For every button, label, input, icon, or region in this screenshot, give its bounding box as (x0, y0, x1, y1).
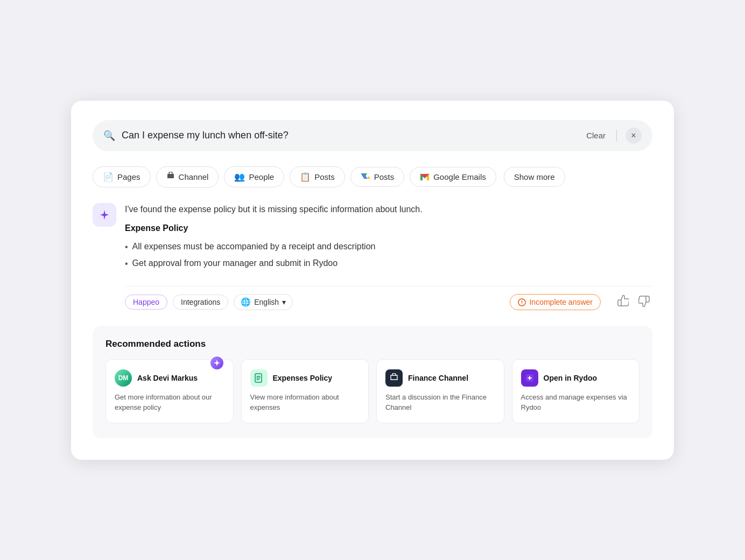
ai-sparkle-icon (93, 203, 116, 227)
finance-channel-icon (385, 369, 403, 387)
action-card-finance-desc: Start a discussion in the Finance Channe… (385, 392, 495, 413)
thumbs-down-button[interactable] (636, 294, 652, 311)
filter-tab-channel-label: Channel (179, 172, 209, 181)
action-card-rydoo-desc: Access and manage expenses via Rydoo (521, 392, 631, 413)
filter-tab-posts-label: Posts (314, 172, 335, 181)
action-card-expenses-name: Expenses Policy (273, 374, 333, 382)
action-card-expenses-desc: View more information about expenses (250, 392, 360, 413)
action-card-rydoo-header: Open in Rydoo (521, 369, 631, 387)
filter-tab-pages-label: Pages (117, 172, 140, 181)
action-card-finance-header: Finance Channel (385, 369, 495, 387)
meta-bar: Happeo Integrations 🌐 English ▾ Incomple… (125, 286, 652, 311)
channel-icon (166, 172, 175, 183)
policy-item-1: All expenses must be accompanied by a re… (125, 239, 652, 255)
filter-tab-people[interactable]: 👥 People (224, 166, 284, 187)
action-card-expenses-policy[interactable]: Expenses Policy View more information ab… (241, 359, 369, 423)
show-more-button[interactable]: Show more (504, 167, 565, 187)
filter-tab-google-emails[interactable]: Google Emails (410, 167, 496, 187)
chevron-down-icon: ▾ (282, 298, 286, 306)
filter-tab-google-drive-label: Posts (374, 172, 395, 181)
sparkle-badge-icon (209, 355, 224, 370)
search-divider (616, 130, 617, 142)
source-happeo-tag[interactable]: Happeo (125, 295, 167, 310)
action-card-devi-header: DM Ask Devi Markus (115, 369, 224, 387)
filter-tabs: 📄 Pages Channel 👥 People 📋 Posts (93, 166, 652, 188)
search-bar: 🔍 Can I expense my lunch when off-site? … (93, 120, 652, 151)
action-card-finance-channel[interactable]: Finance Channel Start a discussion in th… (376, 359, 504, 423)
search-icon: 🔍 (103, 130, 115, 142)
close-button[interactable]: × (625, 128, 642, 144)
action-cards-grid: DM Ask Devi Markus Get more information … (106, 359, 639, 423)
filter-tab-google-emails-label: Google Emails (433, 172, 486, 181)
language-selector[interactable]: 🌐 English ▾ (234, 294, 293, 310)
ai-intro-text: I've found the expense policy but it is … (125, 203, 652, 216)
expenses-policy-icon (250, 369, 268, 387)
filter-tab-people-label: People (249, 172, 274, 181)
incomplete-icon (518, 298, 526, 306)
action-card-ask-devi[interactable]: DM Ask Devi Markus Get more information … (106, 359, 234, 423)
thumbs-up-button[interactable] (615, 294, 631, 311)
action-card-devi-name: Ask Devi Markus (137, 374, 198, 382)
filter-tab-pages[interactable]: 📄 Pages (93, 166, 151, 187)
filter-tab-channel[interactable]: Channel (156, 166, 219, 188)
ai-content: I've found the expense policy but it is … (125, 203, 652, 311)
ai-answer-section: I've found the expense policy but it is … (93, 203, 652, 311)
ai-policy-list: All expenses must be accompanied by a re… (125, 239, 652, 272)
incomplete-answer-badge: Incomplete answer (510, 294, 601, 310)
search-query[interactable]: Can I expense my lunch when off-site? (122, 130, 578, 141)
recommended-title: Recommended actions (106, 339, 639, 349)
google-drive-icon (361, 173, 370, 181)
feedback-buttons (615, 294, 652, 311)
people-icon: 👥 (234, 172, 245, 182)
source-integrations-tag[interactable]: Integrations (173, 295, 228, 310)
main-card: 🔍 Can I expense my lunch when off-site? … (71, 101, 674, 460)
language-label: English (254, 298, 279, 306)
incomplete-label: Incomplete answer (529, 298, 593, 306)
clear-button[interactable]: Clear (584, 131, 608, 140)
filter-tab-posts[interactable]: 📋 Posts (290, 166, 345, 187)
gmail-icon (420, 173, 430, 181)
devi-avatar: DM (115, 369, 132, 387)
ai-policy-title: Expense Policy (125, 223, 652, 233)
svg-point-2 (522, 303, 523, 304)
action-card-devi-desc: Get more information about our expense p… (115, 392, 224, 413)
action-card-rydoo-name: Open in Rydoo (544, 374, 598, 382)
action-card-expenses-header: Expenses Policy (250, 369, 360, 387)
pages-icon: 📄 (103, 172, 114, 182)
action-card-rydoo[interactable]: Open in Rydoo Access and manage expenses… (512, 359, 640, 423)
globe-icon: 🌐 (241, 297, 251, 307)
posts-icon: 📋 (300, 172, 311, 182)
policy-item-2: Get approval from your manager and submi… (125, 255, 652, 272)
filter-tab-google-drive[interactable]: Posts (350, 167, 405, 187)
rydoo-icon (521, 369, 538, 387)
action-card-finance-name: Finance Channel (408, 374, 468, 382)
recommended-section: Recommended actions DM Ask Devi Markus G… (93, 326, 652, 438)
